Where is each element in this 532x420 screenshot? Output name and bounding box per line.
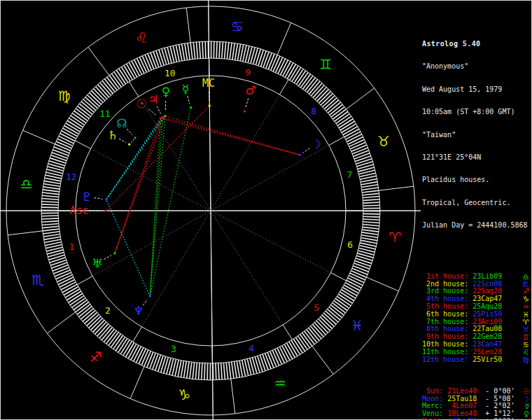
house-cusp-list: 1st house: 23Lib09♎ 2nd house: 22Sco08♏ …: [422, 273, 531, 364]
house-number-11: 11: [99, 108, 111, 119]
chart-date: Wed August 15, 1979: [422, 86, 531, 94]
app-title: Astrolog 5.40: [422, 41, 531, 48]
house-number-1: 1: [69, 241, 75, 252]
planet-glyph-merc: ☿: [182, 82, 189, 96]
chart-info-panel: Astrolog 5.40 "Anonymous" Wed August 15,…: [422, 3, 531, 420]
house-cusp-line: [211, 211, 330, 273]
zodiac-sign-glyph-sagittarius: ♐: [90, 349, 102, 365]
natal-chart-wheel: ♈♉♊♋♌♍♎♏♐♑♒♓123456789101112☉☽☿♀♂♃♄♅♆♇☊As…: [1, 1, 421, 420]
planet-position-dot-uran: [113, 252, 115, 254]
planet-position-dot-merc: [190, 106, 192, 108]
planet-glyph-sun: ☉: [136, 97, 146, 111]
planet-position-dot-jupi: [162, 116, 164, 118]
aspect-line-conjunction: [130, 138, 135, 144]
zodiac-sign-glyph-scorpio: ♏: [31, 272, 44, 288]
chart-location-name: "Taiwan": [422, 132, 531, 139]
planet-position-dot-nept: [148, 295, 150, 298]
zodiac-sign-glyph-capricorn: ♑: [178, 386, 190, 403]
planet-glyph-nept: ♆: [133, 304, 144, 318]
house-number-4: 4: [248, 343, 254, 354]
planet-glyph-node: ☊: [116, 116, 127, 130]
planet-position-list: Sun: 21Leo40 - 0°00'☉Moon: 25Tau18 - 5°0…: [422, 388, 531, 420]
house-number-10: 10: [164, 68, 176, 78]
house-number-7: 7: [347, 169, 353, 180]
house-number-6: 6: [347, 239, 353, 250]
zodiac-sign-glyph-aries: ♈: [388, 229, 401, 246]
planet-glyph-satu: ♄: [107, 128, 118, 142]
chart-coordinates: 121°31E 25°04N: [422, 154, 531, 162]
planet-glyph-mars: ♂: [245, 83, 255, 97]
aspect-line-square: [162, 118, 300, 155]
planet-position-dot-plut: [105, 198, 107, 200]
zodiac-sign-glyph-libra: ♎: [20, 176, 33, 192]
zodiac-sign-glyph-gemini: ♊: [319, 56, 332, 73]
planet-position-dot-moon: [298, 153, 300, 155]
angle-label-asc: Asc: [69, 204, 88, 217]
planet-glyph-plut: ♇: [81, 190, 92, 204]
zodiac-mode: Tropical, Geocentric.: [422, 200, 531, 207]
planet-position-dot-sun: [160, 117, 162, 119]
house-cusp-line: [139, 97, 211, 211]
house-number-9: 9: [245, 67, 251, 78]
angle-label-mc: MC: [202, 77, 215, 90]
planet-position-dot-venu: [164, 115, 166, 117]
zodiac-sign-glyph-leo: ♌: [135, 29, 148, 46]
planet-glyph-jupi: ♃: [148, 92, 158, 106]
planet-glyph-venu: ♀: [162, 85, 170, 99]
house-number-5: 5: [314, 302, 319, 313]
zodiac-sign-glyph-cancer: ♋: [231, 18, 244, 35]
planet-glyph-uran: ♅: [92, 256, 102, 270]
house-number-8: 8: [311, 106, 316, 116]
julian-day: Julian Day = 2444100.5868: [422, 222, 531, 230]
planet-position-dot-satu: [128, 144, 130, 146]
planet-glyph-moon: ☽: [310, 137, 321, 151]
house-cusp-line: [91, 148, 211, 211]
astrolog-window: ♈♉♊♋♌♍♎♏♐♑♒♓123456789101112☉☽☿♀♂♃♄♅♆♇☊As…: [0, 0, 532, 420]
zodiac-sign-glyph-taurus: ♉: [377, 133, 390, 150]
zodiac-sign-glyph-virgo: ♍: [58, 88, 71, 104]
house-cusp-line: [211, 211, 283, 325]
chart-time: 10:05am (ST +8:00 GMT): [422, 108, 531, 116]
planet-position-dot-asc: [104, 209, 106, 211]
house-number-2: 2: [105, 305, 111, 316]
planet-position-dot-mars: [244, 110, 246, 112]
planet-position-dot-node: [134, 136, 136, 139]
chart-subject-name: "Anonymous": [422, 63, 531, 71]
planet-position-dot-mc: [209, 104, 211, 106]
house-number-3: 3: [171, 344, 176, 354]
house-number-12: 12: [66, 172, 77, 182]
chart-header: Astrolog 5.40 "Anonymous" Wed August 15,…: [422, 25, 531, 244]
zodiac-sign-glyph-pisces: ♓: [351, 317, 363, 334]
zodiac-sign-glyph-aquarius: ♒: [274, 375, 286, 392]
house-cusp-line: [211, 145, 329, 211]
house-system: Placidus houses.: [422, 176, 531, 184]
sign-glyph-icon: ♍: [523, 356, 529, 364]
house-cusp-row: 12th house: 25Vir50♍: [422, 356, 531, 364]
